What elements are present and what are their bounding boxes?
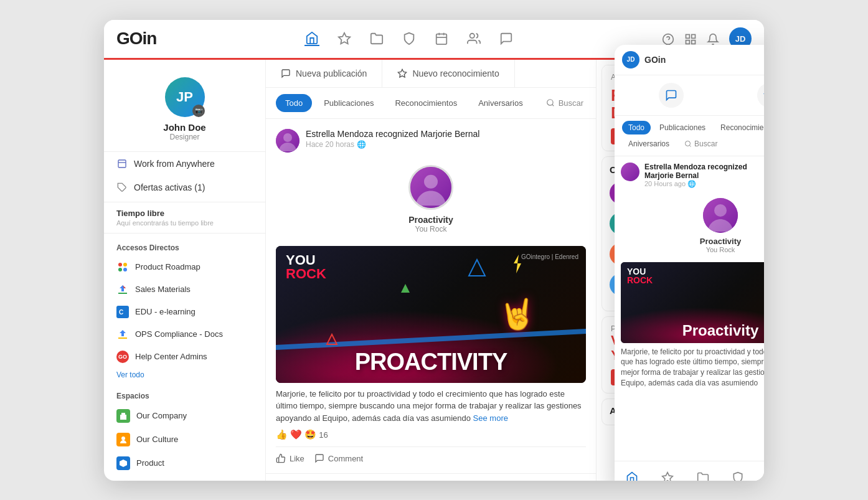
recognition-name: Proactivity [408, 215, 453, 225]
overlay-star-icon[interactable] [757, 83, 764, 108]
tab-todo[interactable]: Todo [276, 94, 312, 112]
sidebar-item-sales[interactable]: Sales Materials [104, 278, 265, 301]
recognition-label: You Rock [415, 225, 447, 233]
post-time: Hace 20 horas 🌐 [306, 140, 586, 149]
space-item-product[interactable]: Product [104, 451, 265, 475]
overlay-post-avatar [621, 163, 639, 181]
overlay-nav-home[interactable] [626, 470, 638, 481]
our-company-label: Our Company [136, 411, 187, 420]
overlay-nav-shield[interactable] [732, 470, 744, 481]
tab-reconocimientos[interactable]: Reconocimientos [385, 94, 466, 112]
search-tab[interactable]: Buscar [537, 95, 592, 111]
overlay-tab-reconocimientos[interactable]: Reconocimientos [714, 121, 764, 134]
comment-button[interactable]: Comment [314, 453, 363, 463]
new-recognition-label: Nuevo reconocimiento [412, 68, 499, 78]
overlay-search[interactable]: Buscar [678, 137, 724, 151]
map-pin-icon [116, 158, 128, 169]
svg-line-26 [552, 105, 554, 106]
free-time-title: Tiempo libre [116, 209, 253, 218]
tag-icon [116, 182, 128, 193]
sales-label: Sales Materials [135, 285, 191, 294]
svg-point-5 [470, 34, 474, 38]
feed: Estrella Mendoza recognized Marjorie Ber… [266, 119, 596, 481]
ofertas-label: Ofertas activas (1) [134, 182, 205, 192]
svg-point-18 [123, 268, 127, 271]
sidebar-item-edu[interactable]: C EDU - e-learning [104, 301, 265, 323]
overlay-nav-folder[interactable] [697, 470, 709, 481]
yourock-logos: GOintegro | Edenred [521, 253, 578, 260]
svg-marker-32 [327, 334, 337, 344]
new-recognition-button[interactable]: Nuevo reconocimiento [382, 60, 514, 87]
post-body: Marjorie, te felicito por tu proactivida… [276, 388, 586, 425]
overlay-tab-aniversarios[interactable]: Aniversarios [622, 137, 676, 151]
post-card: Estrella Mendoza recognized Marjorie Ber… [266, 119, 596, 474]
svg-point-40 [686, 141, 691, 146]
space-item-our-culture[interactable]: Our Culture [104, 428, 265, 451]
sidebar-free-time: Tiempo libre Aquí encontrarás tu tiempo … [104, 202, 265, 233]
overlay-post-meta: Estrella Mendoza recognizedMarjorie Bern… [644, 163, 747, 188]
product-icon [116, 456, 130, 470]
nav-folder[interactable] [369, 31, 384, 46]
yourock-badge: YOU ROCK [286, 253, 326, 281]
yourock-you: YOU [286, 253, 316, 267]
search-label: Buscar [559, 98, 583, 108]
nav-chat[interactable] [499, 31, 514, 46]
overlay-post-header: Estrella Mendoza recognizedMarjorie Bern… [621, 163, 764, 188]
sidebar-item-product-roadmap[interactable]: Product Roadmap [104, 256, 265, 278]
overlay-recognition: Proactivity You Rock [621, 193, 764, 258]
edu-icon: C [116, 306, 129, 318]
nav-shield[interactable] [402, 31, 417, 46]
see-more-link[interactable]: See more [473, 413, 508, 423]
overlay-nav-star[interactable] [661, 470, 674, 481]
like-button[interactable]: Like [276, 453, 304, 463]
overlay-yr-badge: YOU ROCK [627, 267, 653, 285]
overlay-feed: Estrella Mendoza recognizedMarjorie Bern… [615, 156, 764, 480]
ver-todo-link[interactable]: Ver todo [104, 368, 265, 384]
accesos-section-title: Accesos Directos [104, 236, 265, 256]
svg-marker-44 [663, 473, 673, 481]
nav-calendar[interactable] [434, 31, 449, 46]
svg-rect-1 [436, 34, 447, 44]
browser-window: GOin [104, 20, 764, 481]
svg-point-15 [118, 263, 122, 267]
overlay-tab-todo[interactable]: Todo [622, 121, 651, 134]
tab-aniversarios[interactable]: Aniversarios [469, 94, 532, 112]
overlay-tab-publicaciones[interactable]: Publicaciones [653, 121, 712, 134]
overlay-compose-icon[interactable] [659, 83, 684, 108]
overlay-yourock: YOU ROCK 🤘 Proactivity [621, 262, 764, 343]
help-icon[interactable] [662, 32, 674, 45]
tab-publicaciones[interactable]: Publicaciones [314, 94, 383, 112]
svg-rect-21 [121, 413, 125, 415]
help-admins-label: Help Center Admins [135, 352, 207, 361]
filter-tabs: Todo Publicaciones Reconocimientos Anive… [266, 88, 596, 119]
logo-in: in [143, 29, 157, 48]
bell-icon[interactable] [707, 32, 719, 45]
nav-star[interactable] [337, 31, 352, 46]
espacios-section-title: Espacios [104, 384, 265, 404]
yourock-image: YOU ROCK GOintegro | Edenred 🤘 Proactivi… [276, 246, 586, 383]
content-area: Nueva publicación Nuevo reconocimiento T… [266, 60, 596, 481]
svg-marker-33 [401, 284, 410, 293]
sidebar-item-ofertas[interactable]: Ofertas activas (1) [104, 176, 265, 199]
sidebar-item-work-anywhere[interactable]: Work from Anywhere [104, 152, 265, 176]
overlay-post: Estrella Mendoza recognizedMarjorie Bern… [621, 163, 764, 389]
sidebar-item-ops[interactable]: OPS Compliance - Docs [104, 323, 265, 346]
overlay-filter-tabs: Todo Publicaciones Reconocimientos Anive… [615, 116, 764, 156]
new-post-button[interactable]: Nueva publicación [266, 60, 382, 87]
nav-home[interactable] [304, 31, 319, 46]
profile-avatar[interactable]: JP 📷 [165, 77, 205, 117]
yourock-rock: ROCK [286, 267, 326, 281]
app-logo[interactable]: GOin [116, 29, 156, 49]
svg-rect-9 [692, 34, 696, 38]
svg-line-41 [689, 145, 691, 146]
space-item-our-company[interactable]: Our Company [104, 404, 265, 428]
sidebar-item-help[interactable]: GO Help Center Admins [104, 346, 265, 368]
svg-point-25 [547, 100, 552, 105]
overlay-post-body: Marjorie, te felicito por tu proactivida… [621, 347, 764, 389]
svg-rect-12 [118, 160, 126, 167]
grid-icon[interactable] [684, 32, 697, 45]
nav-people[interactable] [466, 31, 481, 46]
recognition-container: Proactivity You Rock [276, 160, 586, 241]
our-culture-label: Our Culture [136, 435, 178, 444]
overlay-app-name: GOin [644, 55, 764, 65]
